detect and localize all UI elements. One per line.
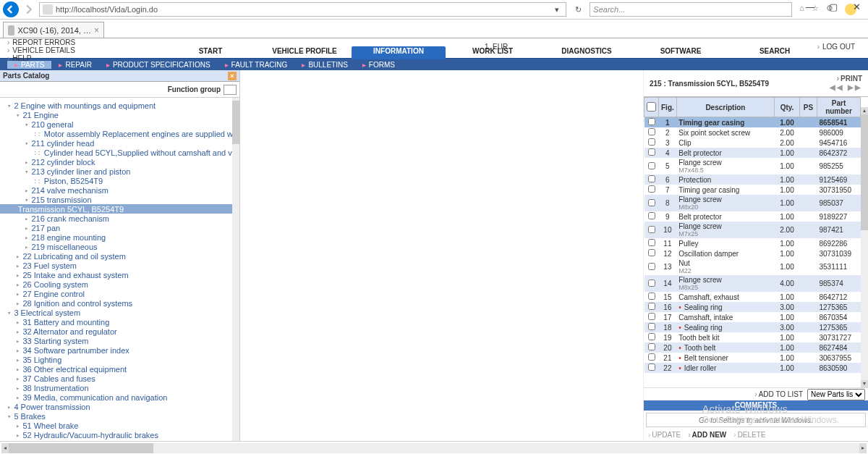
- row-checkbox[interactable]: [648, 363, 655, 371]
- sub-nav-forms[interactable]: ▸FORMS: [355, 61, 402, 69]
- tree-scrollbar[interactable]: [232, 98, 239, 441]
- top-nav-diagnostics[interactable]: DIAGNOSTICS: [540, 46, 634, 58]
- minimize-button[interactable]: —: [803, 1, 817, 12]
- top-nav-search[interactable]: SEARCH: [728, 46, 822, 58]
- tree-item[interactable]: ▸216 crank mechanism: [7, 214, 232, 223]
- row-checkbox[interactable]: [648, 343, 655, 350]
- tree-item[interactable]: ▾2 Engine with mountings and equipment: [7, 101, 232, 110]
- table-row[interactable]: 9Belt protector1.009189227: [644, 211, 861, 222]
- tree-item[interactable]: ▸32 Alternator and regulator: [7, 327, 232, 336]
- row-checkbox[interactable]: [648, 128, 655, 135]
- table-row[interactable]: 18•Sealing ring3.001275365: [644, 322, 861, 332]
- table-row[interactable]: 15Camshaft, exhaust1.008642712: [644, 292, 861, 302]
- help-link[interactable]: HELP: [7, 54, 75, 62]
- tree-item[interactable]: ▾215 transmission: [7, 195, 232, 204]
- table-row[interactable]: 10Flange screwM7x252.00987421: [644, 222, 861, 238]
- tree-item[interactable]: ▸219 miscellaneous: [7, 242, 232, 251]
- tree-item[interactable]: ▸39 Media, communication and navigation: [7, 392, 232, 402]
- tree-item[interactable]: ▸26 Cooling system: [7, 279, 232, 289]
- table-row[interactable]: 16•Sealing ring3.001275365: [644, 302, 861, 312]
- table-row[interactable]: 20•Tooth belt1.008627484: [644, 342, 861, 353]
- report-errors-link[interactable]: REPORT ERRORS: [7, 38, 75, 46]
- parts-list-select[interactable]: New Parts list: [807, 389, 865, 400]
- tree-item[interactable]: ::Piston, B5254T9: [7, 176, 232, 185]
- table-row[interactable]: 1Timing gear casing1.008658541: [644, 117, 861, 128]
- add-to-list-link[interactable]: ADD TO LIST: [754, 390, 803, 398]
- tree-item[interactable]: ▸36 Other electrical equipment: [7, 364, 232, 374]
- back-button[interactable]: [3, 1, 19, 17]
- row-checkbox[interactable]: [648, 263, 655, 270]
- refresh-button[interactable]: ↻: [569, 1, 587, 18]
- parts-tree[interactable]: ▾2 Engine with mountings and equipment▾2…: [0, 98, 232, 441]
- function-group-input[interactable]: [224, 85, 237, 95]
- row-checkbox[interactable]: [648, 118, 655, 125]
- row-checkbox[interactable]: [648, 239, 655, 246]
- tree-item[interactable]: ▾21 Engine: [7, 110, 232, 119]
- browser-tab[interactable]: XC90 (-16), 2014, B5254T9, ... ×: [3, 22, 104, 38]
- logout-link[interactable]: LOG OUT: [817, 43, 855, 51]
- forward-button[interactable]: [22, 2, 36, 17]
- update-button[interactable]: UPDATE: [648, 431, 681, 441]
- col-pn[interactable]: Part number: [817, 98, 861, 117]
- row-checkbox[interactable]: [648, 185, 655, 193]
- vehicle-details-link[interactable]: VEHICLE DETAILS: [7, 46, 75, 54]
- tree-item[interactable]: ▸214 valve mechanism: [7, 185, 232, 195]
- tree-item[interactable]: ▸218 engine mounting: [7, 232, 232, 242]
- print-link[interactable]: PRINT: [830, 75, 862, 83]
- tree-item[interactable]: ▾3 Electrical system: [7, 308, 232, 317]
- tree-item[interactable]: ▸37 Cables and fuses: [7, 374, 232, 383]
- tab-close-icon[interactable]: ×: [94, 25, 99, 35]
- col-qty[interactable]: Qty.: [775, 98, 800, 117]
- top-nav-information[interactable]: INFORMATION: [352, 46, 446, 59]
- tree-item[interactable]: ▸23 Fuel system: [7, 261, 232, 270]
- tree-item[interactable]: ▸33 Starting system: [7, 336, 232, 345]
- row-checkbox[interactable]: [648, 138, 655, 146]
- table-row[interactable]: 8Flange screwM8x201.00985037: [644, 195, 861, 211]
- row-checkbox[interactable]: [648, 199, 655, 206]
- table-row[interactable]: 13NutM221.003531111: [644, 258, 861, 275]
- tree-item[interactable]: ▸217 pan: [7, 223, 232, 232]
- table-row[interactable]: 17Camshaft, intake1.008670354: [644, 312, 861, 322]
- row-checkbox[interactable]: [648, 279, 655, 287]
- maximize-button[interactable]: ▢: [826, 1, 841, 12]
- page-nav-arrows[interactable]: ◀◀ ▶▶: [830, 83, 862, 92]
- table-row[interactable]: 4Belt protector1.008642372: [644, 148, 861, 158]
- browser-search-input[interactable]: Search...: [590, 2, 792, 17]
- tree-item[interactable]: ▸212 cylinder block: [7, 157, 232, 167]
- col-ps[interactable]: PS: [800, 98, 817, 117]
- row-checkbox[interactable]: [648, 353, 655, 361]
- top-nav-vehicle-profile[interactable]: VEHICLE PROFILE: [258, 46, 352, 58]
- col-desc[interactable]: Description: [676, 98, 774, 117]
- table-row[interactable]: 3Clip2.009454716: [644, 138, 861, 148]
- table-row[interactable]: 2Six point socket screw2.00986009: [644, 127, 861, 138]
- table-row[interactable]: 22•Idler roller1.008630590: [644, 363, 861, 373]
- tree-item[interactable]: ▸28 Ignition and control systems: [7, 298, 232, 308]
- tree-item[interactable]: ▸4 Power transmission: [7, 402, 232, 411]
- row-checkbox[interactable]: [648, 212, 655, 219]
- sub-nav-fault-tracing[interactable]: ▸FAULT TRACING: [218, 61, 295, 69]
- col-fig[interactable]: Fig.: [659, 98, 677, 117]
- row-checkbox[interactable]: [648, 226, 655, 233]
- tree-item[interactable]: ▾211 cylinder head: [7, 138, 232, 148]
- top-nav-software[interactable]: SOFTWARE: [634, 46, 728, 58]
- table-row[interactable]: 7Timing gear casing1.0030731950: [644, 185, 861, 195]
- row-checkbox[interactable]: [648, 249, 655, 256]
- table-scrollbar[interactable]: ▴▾: [861, 107, 868, 387]
- tree-item[interactable]: ▸22 Lubricating and oil system: [7, 251, 232, 261]
- row-checkbox[interactable]: [648, 148, 655, 156]
- address-bar[interactable]: http://localhost/Vida/Login.do ▾: [39, 2, 566, 17]
- row-checkbox[interactable]: [648, 333, 655, 340]
- row-checkbox[interactable]: [648, 323, 655, 330]
- table-row[interactable]: 5Flange screwM7x48.51.00985255: [644, 158, 861, 175]
- table-row[interactable]: 21•Belt tensioner1.0030637955: [644, 353, 861, 363]
- close-button[interactable]: ✕: [849, 1, 864, 12]
- tree-item[interactable]: ▾213 cylinder liner and piston: [7, 167, 232, 176]
- row-checkbox[interactable]: [648, 175, 655, 182]
- comment-input[interactable]: [646, 413, 866, 427]
- table-row[interactable]: 14Flange screwM8x254.00985374: [644, 275, 861, 292]
- horizontal-scrollbar[interactable]: ◂▸: [1, 443, 867, 453]
- row-checkbox[interactable]: [648, 162, 655, 169]
- table-row[interactable]: 12Oscillation damper1.0030731039: [644, 248, 861, 258]
- tree-item[interactable]: ▸38 Instrumentation: [7, 383, 232, 392]
- table-row[interactable]: 6Protection1.009125469: [644, 175, 861, 185]
